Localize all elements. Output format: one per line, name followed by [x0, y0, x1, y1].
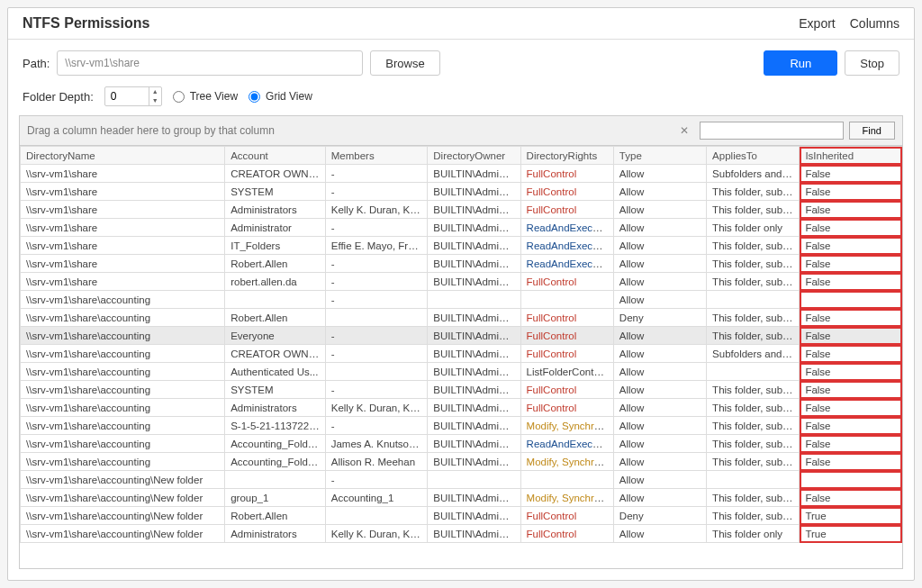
cell: Allow: [613, 381, 706, 399]
table-row[interactable]: \\srv-vm1\share\accountingEveryone-BUILT…: [21, 327, 902, 345]
cell: FullControl: [520, 201, 613, 219]
table-row[interactable]: \\srv-vm1\shareAdministratorsKelly K. Du…: [21, 201, 902, 219]
cell: BUILTIN\Administr...: [428, 381, 520, 399]
cell: Deny: [613, 309, 706, 327]
export-link[interactable]: Export: [799, 16, 835, 31]
depth-spinner[interactable]: ▲ ▼: [149, 87, 161, 105]
cell: Allison R. Meehan: [325, 453, 428, 471]
cell: Robert.Allen: [225, 309, 326, 327]
spinner-up-icon[interactable]: ▲: [149, 87, 161, 96]
cell: FullControl: [520, 165, 613, 183]
cell: False: [800, 381, 902, 399]
col-members[interactable]: Members: [325, 147, 428, 165]
cell: BUILTIN\Administr...: [428, 399, 520, 417]
table-row[interactable]: \\srv-vm1\share\accounting\New folder-Al…: [21, 471, 902, 489]
columns-link[interactable]: Columns: [850, 16, 899, 31]
group-bar: Drag a column header here to group by th…: [20, 116, 902, 146]
cell: False: [800, 165, 902, 183]
table-row[interactable]: \\srv-vm1\share\accounting\New folderRob…: [21, 507, 902, 525]
cell: \\srv-vm1\share\accounting: [21, 381, 225, 399]
table-row[interactable]: \\srv-vm1\share\accounting-Allow: [21, 291, 902, 309]
tree-view-input[interactable]: [173, 91, 185, 103]
table-row[interactable]: \\srv-vm1\share\accounting\New folderAdm…: [21, 525, 902, 543]
depth-field[interactable]: ▲ ▼: [104, 86, 162, 106]
cell: ListFolderContent...: [520, 363, 613, 381]
cell: False: [800, 327, 902, 345]
find-input[interactable]: [700, 122, 844, 140]
cell: -: [325, 327, 428, 345]
clear-group-icon[interactable]: ✕: [674, 124, 694, 137]
table-row[interactable]: \\srv-vm1\share\accountingS-1-5-21-11372…: [21, 417, 902, 435]
cell: \\srv-vm1\share: [21, 201, 225, 219]
table-row[interactable]: \\srv-vm1\share\accountingRobert.AllenBU…: [21, 309, 902, 327]
cell: False: [800, 399, 902, 417]
cell: False: [800, 273, 902, 291]
cell: \\srv-vm1\share\accounting: [21, 309, 225, 327]
cell: BUILTIN\Administr...: [428, 309, 520, 327]
cell: Modify, Synchronize: [520, 417, 613, 435]
cell: group_1: [225, 489, 326, 507]
cell: BUILTIN\Administr...: [428, 255, 520, 273]
cell: False: [800, 435, 902, 453]
grid-wrap: Drag a column header here to group by th…: [19, 115, 903, 569]
tree-view-radio[interactable]: Tree View: [173, 90, 238, 103]
cell: Allow: [613, 453, 706, 471]
data-grid[interactable]: DirectoryName Account Members DirectoryO…: [20, 146, 902, 568]
cell: \\srv-vm1\share: [21, 237, 225, 255]
cell: FullControl: [520, 399, 613, 417]
table-row[interactable]: \\srv-vm1\sharerobert.allen.da-BUILTIN\A…: [21, 273, 902, 291]
cell: Allow: [613, 273, 706, 291]
cell: Accounting_1: [325, 489, 428, 507]
cell: [225, 291, 326, 309]
table-row[interactable]: \\srv-vm1\shareRobert.Allen-BUILTIN\Admi…: [21, 255, 902, 273]
table-row[interactable]: \\srv-vm1\shareAdministrator-BUILTIN\Adm…: [21, 219, 902, 237]
run-button[interactable]: Run: [764, 50, 837, 76]
cell: \\srv-vm1\share\accounting\New folder: [21, 471, 225, 489]
depth-input[interactable]: [105, 90, 149, 103]
grid-view-input[interactable]: [249, 91, 260, 103]
spinner-down-icon[interactable]: ▼: [149, 96, 161, 105]
table-row[interactable]: \\srv-vm1\share\accountingAccounting_Fol…: [21, 453, 902, 471]
table-row[interactable]: \\srv-vm1\share\accountingAuthenticated …: [21, 363, 902, 381]
browse-button[interactable]: Browse: [370, 50, 439, 76]
grid-view-radio[interactable]: Grid View: [249, 90, 312, 103]
table-row[interactable]: \\srv-vm1\share\accountingSYSTEM-BUILTIN…: [21, 381, 902, 399]
cell: BUILTIN\Administr...: [428, 417, 520, 435]
table-row[interactable]: \\srv-vm1\share\accountingAccounting_Fol…: [21, 435, 902, 453]
col-directoryowner[interactable]: DirectoryOwner: [428, 147, 520, 165]
cell: This folder, subfol...: [707, 381, 800, 399]
col-account[interactable]: Account: [225, 147, 326, 165]
col-directoryrights[interactable]: DirectoryRights: [520, 147, 613, 165]
path-input[interactable]: [57, 50, 363, 76]
table-row[interactable]: \\srv-vm1\shareIT_FoldersEffie E. Mayo, …: [21, 237, 902, 255]
col-directoryname[interactable]: DirectoryName: [21, 147, 225, 165]
cell: BUILTIN\Administr...: [428, 363, 520, 381]
cell: FullControl: [520, 507, 613, 525]
cell: False: [800, 453, 902, 471]
toolbar: Path: Browse Run Stop: [8, 40, 914, 86]
cell: False: [800, 489, 902, 507]
cell: False: [800, 219, 902, 237]
col-appliesto[interactable]: AppliesTo: [707, 147, 800, 165]
cell: This folder, subfol...: [707, 507, 800, 525]
table-row[interactable]: \\srv-vm1\shareSYSTEM-BUILTIN\Administr.…: [21, 183, 902, 201]
cell: -: [325, 219, 428, 237]
table-row[interactable]: \\srv-vm1\share\accountingCREATOR OWNER-…: [21, 345, 902, 363]
table-row[interactable]: \\srv-vm1\share\accounting\New foldergro…: [21, 489, 902, 507]
cell: This folder, subfol...: [707, 453, 800, 471]
cell: James A. Knutson...: [325, 435, 428, 453]
stop-button[interactable]: Stop: [845, 50, 899, 76]
col-isinherited[interactable]: IsInherited: [800, 147, 902, 165]
cell: CREATOR OWNER: [225, 165, 326, 183]
cell: False: [800, 345, 902, 363]
cell: Modify, Synchronize: [520, 453, 613, 471]
cell: Allow: [613, 471, 706, 489]
cell: BUILTIN\Administr...: [428, 453, 520, 471]
cell: CREATOR OWNER: [225, 345, 326, 363]
col-type[interactable]: Type: [613, 147, 706, 165]
cell: BUILTIN\Administr...: [428, 219, 520, 237]
table-row[interactable]: \\srv-vm1\shareCREATOR OWNER-BUILTIN\Adm…: [21, 165, 902, 183]
cell: [428, 471, 520, 489]
table-row[interactable]: \\srv-vm1\share\accountingAdministrators…: [21, 399, 902, 417]
find-button[interactable]: Find: [849, 122, 895, 140]
